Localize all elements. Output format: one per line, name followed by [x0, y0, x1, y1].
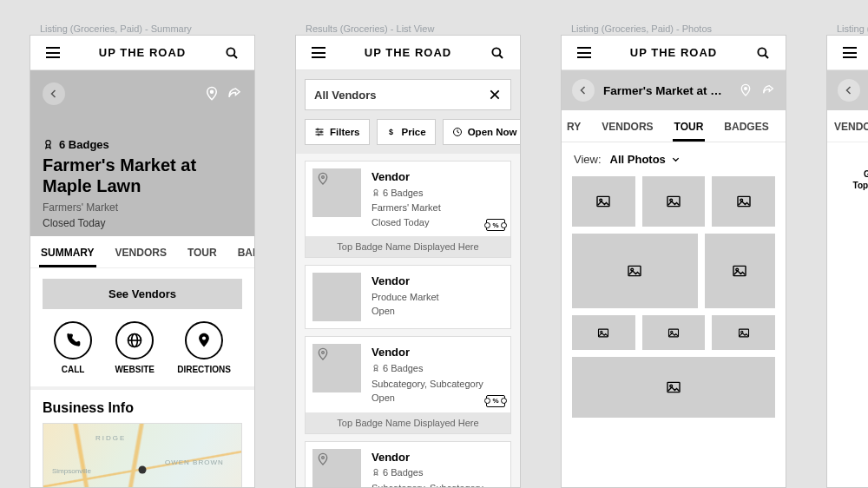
list-item[interactable]: Vendor 6 Badges Farmers' Market Closed T…: [305, 161, 511, 258]
list-item[interactable]: Vendor Produce Market Open: [305, 265, 511, 329]
photo-placeholder[interactable]: [572, 176, 635, 227]
photo-placeholder[interactable]: [705, 234, 775, 308]
photo-placeholder[interactable]: [572, 234, 698, 308]
vendor-category: Subcategory, Subcategory: [372, 481, 483, 487]
vendor-thumbnail: [312, 344, 361, 392]
svg-point-17: [320, 131, 322, 133]
svg-point-30: [745, 88, 747, 90]
svg-rect-33: [667, 196, 680, 206]
open-now-chip[interactable]: Open Now: [443, 119, 520, 145]
photo-placeholder[interactable]: [572, 357, 775, 418]
svg-rect-45: [739, 329, 748, 337]
search-button[interactable]: [487, 43, 508, 63]
share-icon[interactable]: [761, 83, 775, 97]
vendor-thumbnail: [312, 273, 361, 321]
view-dropdown[interactable]: All Photos: [610, 153, 681, 166]
tab-vendors[interactable]: VENDORS: [105, 236, 177, 267]
app-header: UP THE ROAD: [296, 36, 520, 70]
save-pin-icon[interactable]: [204, 86, 220, 102]
svg-rect-39: [733, 266, 746, 275]
website-button[interactable]: WEBSITE: [115, 321, 155, 374]
svg-rect-41: [599, 329, 608, 337]
website-label: WEBSITE: [115, 365, 155, 374]
back-button[interactable]: [838, 79, 860, 102]
phone-frame-photos: UP THE ROAD Farmer's Market at Maple L..…: [561, 35, 786, 488]
tab-vendors-clipped[interactable]: VENDO: [827, 110, 868, 142]
save-pin-icon[interactable]: [739, 83, 753, 97]
vendor-name: Vendor: [372, 344, 483, 361]
tab-about-clipped[interactable]: ABO: [779, 110, 786, 142]
view-value: All Photos: [610, 153, 666, 166]
svg-line-29: [765, 55, 768, 58]
app-header: UP THE ROAD: [30, 36, 254, 70]
svg-rect-47: [667, 382, 680, 392]
back-button[interactable]: [572, 79, 595, 102]
brand-title: UP THE ROAD: [630, 46, 717, 59]
vendor-status: Open: [372, 391, 483, 406]
phone-frame-results: UP THE ROAD All Vendors Filters $ Price …: [295, 35, 521, 488]
map-label: Simpsonville: [52, 467, 91, 475]
svg-point-23: [374, 189, 378, 193]
tab-tour[interactable]: TOUR: [664, 110, 714, 142]
search-button[interactable]: [221, 43, 242, 63]
svg-rect-43: [669, 329, 679, 337]
svg-point-27: [374, 470, 378, 473]
menu-button[interactable]: [574, 43, 595, 63]
svg-point-28: [758, 48, 766, 56]
top-badge-footer: Top Badge Name Displayed Here: [306, 236, 510, 257]
app-header: UP THE ROAD: [562, 36, 786, 70]
photo-placeholder[interactable]: [712, 176, 775, 227]
coupon-icon: %: [486, 395, 505, 407]
listing-hero-slim: [827, 70, 868, 110]
clear-search-icon[interactable]: [488, 88, 502, 102]
see-vendors-button[interactable]: See Vendors: [43, 279, 242, 309]
menu-button[interactable]: [308, 43, 329, 63]
svg-point-7: [202, 336, 206, 340]
photo-gallery: [562, 176, 786, 428]
tab-badges[interactable]: BADGES: [713, 110, 779, 142]
map-preview[interactable]: RIDGE Simpsonville OWEN BROWN: [43, 423, 242, 487]
photo-placeholder[interactable]: [642, 315, 706, 350]
tab-tour[interactable]: TOUR: [177, 236, 227, 267]
svg-point-24: [322, 352, 325, 354]
tab-summary[interactable]: SUMMARY: [30, 236, 105, 267]
vendor-status: Open: [372, 304, 439, 319]
vendor-pill-label: GoTop F: [839, 168, 868, 191]
menu-button[interactable]: [839, 43, 860, 63]
results-list: Vendor 6 Badges Farmers' Market Closed T…: [296, 154, 520, 487]
listing-tabs: VENDO: [827, 110, 868, 142]
share-icon[interactable]: [227, 86, 242, 102]
search-input[interactable]: All Vendors: [305, 79, 511, 110]
tab-summary-clipped[interactable]: RY: [562, 110, 591, 142]
list-item[interactable]: Vendor 6 Badges Subcategory, Subcategory…: [305, 441, 511, 488]
vendor-name: Vendor: [372, 273, 439, 290]
search-button[interactable]: [753, 43, 773, 63]
price-chip[interactable]: $ Price: [377, 119, 436, 145]
svg-point-16: [317, 129, 319, 130]
divider: [30, 386, 254, 390]
menu-button[interactable]: [43, 43, 63, 63]
badges-count: 6 Badges: [43, 138, 242, 151]
listing-tabs: SUMMARY VENDORS TOUR BADGES: [30, 236, 254, 268]
tab-vendors[interactable]: VENDORS: [591, 110, 663, 142]
listing-hero-slim: Farmer's Market at Maple L...: [562, 70, 786, 110]
phone-frame-vendors: UP THE ROAD VENDO GoTop F LF: [826, 35, 868, 488]
search-text: All Vendors: [314, 89, 377, 102]
directions-label: DIRECTIONS: [177, 365, 231, 374]
back-button[interactable]: [43, 82, 65, 105]
directions-button[interactable]: DIRECTIONS: [177, 321, 231, 374]
call-button[interactable]: CALL: [54, 321, 92, 374]
tab-badges[interactable]: BADGES: [227, 236, 254, 267]
svg-point-9: [492, 48, 500, 56]
photo-placeholder[interactable]: [572, 315, 635, 350]
vendor-badges: 6 Badges: [372, 361, 423, 376]
filter-chips: Filters $ Price Open Now Has: [296, 119, 520, 154]
list-item[interactable]: Vendor 6 Badges Subcategory, Subcategory…: [305, 336, 511, 433]
view-selector-row: View: All Photos: [562, 142, 786, 176]
svg-point-8: [139, 465, 147, 473]
app-header: UP THE ROAD: [827, 36, 868, 70]
vendor-name: Vendor: [372, 449, 483, 466]
photo-placeholder[interactable]: [712, 315, 775, 350]
photo-placeholder[interactable]: [642, 176, 706, 227]
filters-chip[interactable]: Filters: [305, 119, 370, 145]
